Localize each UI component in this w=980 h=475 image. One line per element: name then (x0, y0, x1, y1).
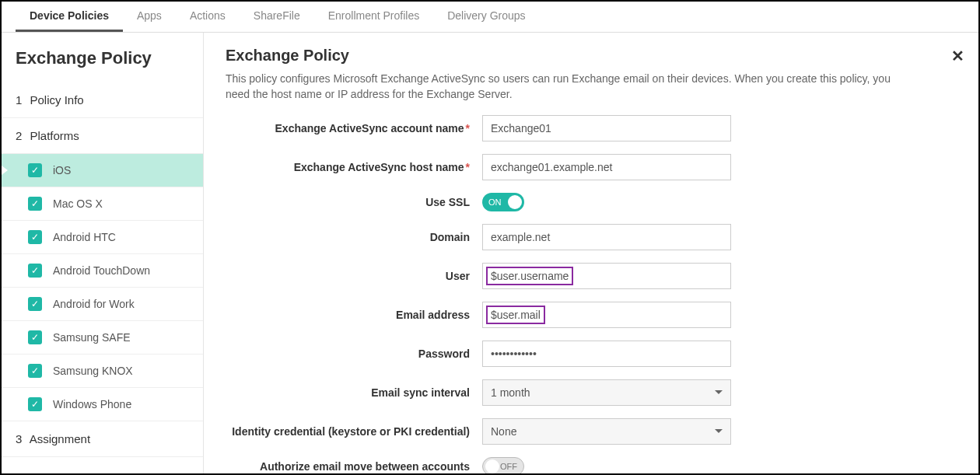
step-number: 3 (16, 432, 22, 445)
label-account-name: Exchange ActiveSync account name* (226, 122, 482, 134)
platform-label: Android TouchDown (53, 264, 150, 277)
platform-item-ios[interactable]: ✓ iOS (2, 154, 203, 187)
toggle-use-ssl[interactable]: ON (482, 193, 524, 211)
platform-item-samsung-knox[interactable]: ✓ Samsung KNOX (2, 355, 203, 388)
platform-item-samsung-safe[interactable]: ✓ Samsung SAFE (2, 321, 203, 355)
checkbox-icon[interactable]: ✓ (28, 330, 42, 344)
main-wrapper: Exchange Policy 1 Policy Info 2 Platform… (2, 33, 978, 473)
tab-delivery-groups[interactable]: Delivery Groups (433, 2, 539, 32)
platform-label: Windows Phone (53, 398, 131, 410)
platform-label: iOS (53, 164, 71, 176)
field-use-ssl: Use SSL ON (226, 193, 957, 211)
toggle-knob (485, 459, 499, 473)
select-identity-credential[interactable]: None (482, 418, 731, 445)
input-password[interactable] (482, 341, 731, 367)
chevron-down-icon (715, 390, 723, 394)
email-macro-highlight: $user.mail (486, 306, 545, 324)
step-label: Platforms (30, 129, 79, 142)
checkbox-icon[interactable]: ✓ (28, 364, 42, 378)
platform-item-android-htc[interactable]: ✓ Android HTC (2, 221, 203, 254)
platform-label: Android for Work (53, 298, 135, 310)
checkbox-icon[interactable]: ✓ (28, 197, 42, 211)
page-description: This policy configures Microsoft Exchang… (226, 71, 910, 103)
tab-apps[interactable]: Apps (123, 2, 176, 32)
field-authorize-move: Authorize email move between accounts OF… (226, 457, 957, 473)
label-email: Email address (226, 309, 482, 321)
label-domain: Domain (226, 231, 482, 243)
label-use-ssl: Use SSL (226, 196, 482, 208)
step-label: Policy Info (30, 93, 84, 107)
input-user[interactable]: $user.username (482, 263, 731, 289)
content-panel: ✕ Exchange Policy This policy configures… (204, 33, 978, 473)
platform-item-android-work[interactable]: ✓ Android for Work (2, 288, 203, 321)
user-macro-highlight: $user.username (486, 267, 573, 285)
step-number: 2 (16, 129, 22, 142)
checkbox-icon[interactable]: ✓ (28, 397, 42, 411)
platform-label: Mac OS X (53, 197, 103, 210)
checkbox-icon[interactable]: ✓ (28, 163, 42, 177)
platform-label: Samsung KNOX (53, 365, 133, 377)
checkbox-icon[interactable]: ✓ (28, 230, 42, 244)
checkbox-icon[interactable]: ✓ (28, 264, 42, 278)
select-sync-interval[interactable]: 1 month (482, 379, 731, 406)
step-label: Assignment (30, 432, 90, 445)
sidebar-title: Exchange Policy (2, 33, 203, 82)
label-user: User (226, 270, 482, 282)
page-title: Exchange Policy (226, 47, 957, 65)
platform-item-macosx[interactable]: ✓ Mac OS X (2, 187, 203, 221)
label-authorize-move: Authorize email move between accounts (226, 460, 482, 473)
step-number: 1 (16, 93, 22, 107)
close-icon[interactable]: ✕ (951, 47, 964, 65)
input-domain[interactable] (482, 224, 731, 250)
label-password: Password (226, 348, 482, 360)
step-policy-info[interactable]: 1 Policy Info (2, 82, 203, 118)
input-host-name[interactable] (482, 154, 731, 180)
label-sync-interval: Email sync interval (226, 386, 482, 399)
input-email[interactable]: $user.mail (482, 302, 731, 328)
field-user: User $user.username (226, 263, 957, 289)
platform-item-android-touchdown[interactable]: ✓ Android TouchDown (2, 254, 203, 288)
step-platforms[interactable]: 2 Platforms (2, 118, 203, 154)
label-host-name: Exchange ActiveSync host name* (226, 161, 482, 173)
toggle-knob (508, 195, 522, 209)
chevron-down-icon (715, 429, 723, 433)
field-email: Email address $user.mail (226, 302, 957, 328)
tab-sharefile[interactable]: ShareFile (240, 2, 314, 32)
label-identity-credential: Identity credential (keystore or PKI cre… (226, 425, 482, 438)
field-account-name: Exchange ActiveSync account name* (226, 115, 957, 141)
platform-item-windows-phone[interactable]: ✓ Windows Phone (2, 388, 203, 421)
field-domain: Domain (226, 224, 957, 250)
checkbox-icon[interactable]: ✓ (28, 297, 42, 311)
tab-enrollment-profiles[interactable]: Enrollment Profiles (314, 2, 434, 32)
step-assignment[interactable]: 3 Assignment (2, 421, 203, 457)
sidebar: Exchange Policy 1 Policy Info 2 Platform… (2, 33, 204, 473)
tab-actions[interactable]: Actions (176, 2, 240, 32)
field-host-name: Exchange ActiveSync host name* (226, 154, 957, 180)
toggle-authorize-move[interactable]: OFF (482, 457, 524, 473)
platform-label: Android HTC (53, 231, 116, 243)
field-password: Password (226, 341, 957, 367)
platform-label: Samsung SAFE (53, 331, 131, 344)
tab-device-policies[interactable]: Device Policies (16, 2, 123, 32)
field-sync-interval: Email sync interval 1 month (226, 379, 957, 406)
field-identity-credential: Identity credential (keystore or PKI cre… (226, 418, 957, 445)
tab-bar: Device Policies Apps Actions ShareFile E… (2, 2, 978, 33)
input-account-name[interactable] (482, 115, 731, 141)
